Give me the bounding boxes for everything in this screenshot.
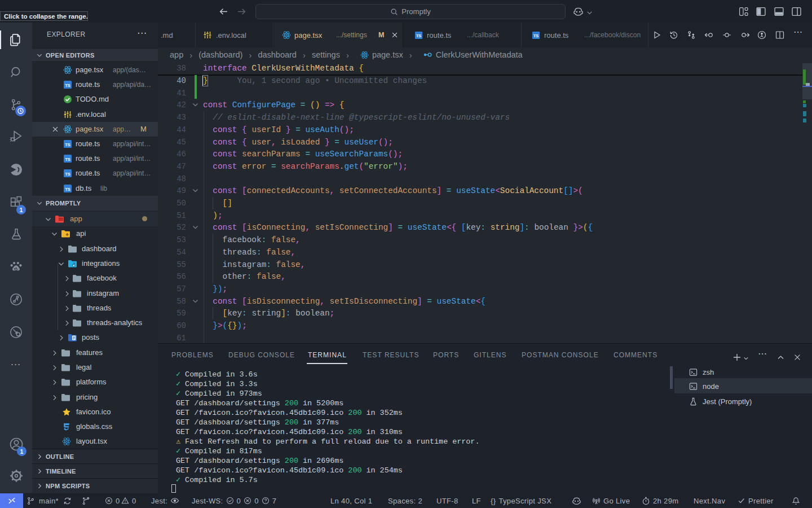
svg-text:TS: TS xyxy=(65,186,70,191)
svg-text:TS: TS xyxy=(65,172,70,177)
svg-text:TS: TS xyxy=(65,83,70,88)
svg-text:TS: TS xyxy=(65,157,70,162)
svg-text:TS: TS xyxy=(533,34,539,38)
svg-text:TS: TS xyxy=(65,142,70,147)
svg-text:TS: TS xyxy=(416,34,421,38)
